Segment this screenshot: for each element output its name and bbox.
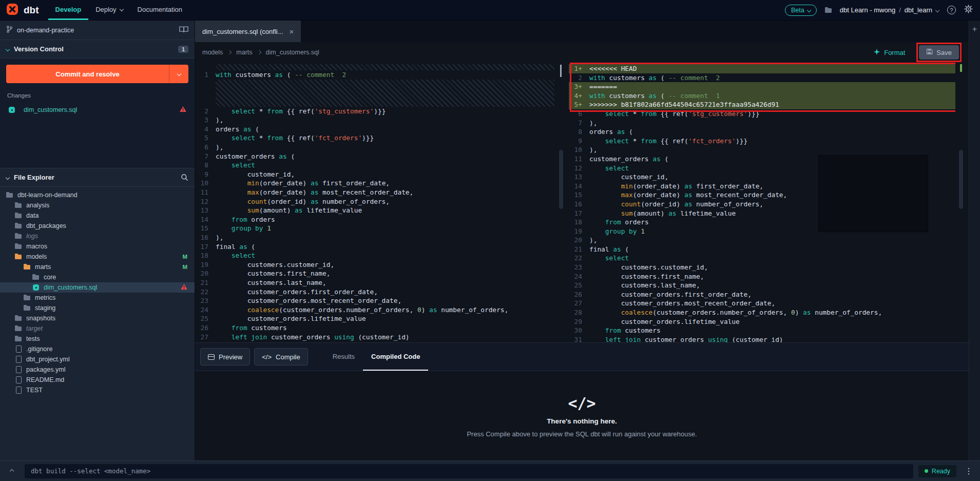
branch-row[interactable]: on-demand-practice: [0, 21, 195, 40]
code-line-22[interactable]: 22 select: [569, 254, 955, 263]
tree-item-dbt_packages[interactable]: dbt_packages: [0, 221, 195, 231]
scrollbar-right[interactable]: [955, 63, 969, 342]
tree-item-models[interactable]: modelsM: [0, 252, 195, 262]
code-line-17[interactable]: 17final as (: [195, 242, 555, 252]
tree-item-dbt-learn-on-demand[interactable]: dbt-learn-on-demand: [0, 190, 195, 200]
compile-button[interactable]: </> Compile: [254, 348, 308, 365]
code-line-13[interactable]: 13 sum(amount) as lifetime_value: [195, 206, 555, 215]
tab-compiled-code[interactable]: Compiled Code: [363, 343, 428, 371]
nav-deploy[interactable]: Deploy: [88, 0, 130, 20]
code-line-4+[interactable]: 4+with customers as ( -- comment 1: [569, 91, 955, 101]
format-button[interactable]: Format: [873, 48, 905, 57]
settings-gear-icon[interactable]: [964, 5, 973, 15]
tree-item-staging[interactable]: staging: [0, 303, 195, 313]
tab-results[interactable]: Results: [324, 343, 363, 371]
code-line-22[interactable]: 22 customer_orders.first_order_date,: [195, 287, 555, 297]
code-line-23[interactable]: 23 customers.customer_id,: [569, 263, 955, 272]
changed-file-dim_customers.sql[interactable]: dim_customers.sql: [6, 103, 188, 117]
tree-item-macros[interactable]: macros: [0, 241, 195, 252]
kebab-menu-icon[interactable]: ⋮: [962, 466, 976, 476]
scrollbar-left[interactable]: [555, 63, 569, 342]
code-line-28[interactable]: 28 coalesce(customer_orders.number_of_or…: [569, 308, 955, 317]
tree-item-logs[interactable]: logs: [0, 231, 195, 241]
code-line-31[interactable]: 31 left join customer_orders using (cust…: [569, 335, 955, 342]
code-line-8[interactable]: 8orders as (: [569, 127, 955, 137]
code-line-16[interactable]: 16),: [195, 233, 555, 242]
editor-pane-right[interactable]: 1+<<<<<<< HEAD2with customers as ( -- co…: [569, 63, 955, 342]
code-line-5+[interactable]: 5+>>>>>>> b81f802a66fd544504c65721e3ffaa…: [569, 100, 955, 109]
tree-item-TEST[interactable]: TEST: [0, 385, 195, 395]
code-line-3[interactable]: 3),: [195, 116, 555, 125]
help-icon[interactable]: ?: [947, 6, 956, 14]
tree-item-.gitignore[interactable]: .gitignore: [0, 344, 195, 354]
file-explorer-header[interactable]: File Explorer: [0, 168, 195, 187]
code-line-1[interactable]: 1with customers as ( -- comment 2: [195, 70, 555, 80]
save-button[interactable]: Save: [919, 45, 959, 60]
code-line-27[interactable]: 27 left join customer_orders using (cust…: [195, 333, 555, 342]
plus-icon[interactable]: +: [972, 25, 977, 33]
code-line-3+[interactable]: 3+=======: [569, 82, 955, 91]
tree-item-dbt_project.yml[interactable]: dbt_project.yml: [0, 354, 195, 364]
code-line-10[interactable]: 10 min(order_date) as first_order_date,: [195, 179, 555, 188]
code-line-7[interactable]: 7customer_orders as (: [195, 152, 555, 161]
tree-item-target[interactable]: target: [0, 323, 195, 334]
beta-pill[interactable]: Beta: [785, 5, 817, 16]
code-line-5[interactable]: 5 select * from {{ ref('fct_orders')}}: [195, 133, 555, 143]
preview-button[interactable]: Preview: [200, 348, 250, 365]
tree-item-README.md[interactable]: README.md: [0, 375, 195, 385]
code-line-21[interactable]: 21 customers.last_name,: [195, 278, 555, 287]
code-line-2[interactable]: 2 select * from {{ ref('stg_customers')}…: [195, 107, 555, 116]
code-line-18[interactable]: 18 select: [195, 251, 555, 260]
right-rail[interactable]: +: [969, 21, 980, 460]
code-line-25[interactable]: 25 customer_orders.lifetime_value: [195, 314, 555, 323]
tree-item-data[interactable]: data: [0, 210, 195, 221]
code-line-9[interactable]: 9 customer_id,: [195, 170, 555, 179]
code-line-1+[interactable]: 1+<<<<<<< HEAD: [569, 64, 955, 73]
code-line-26[interactable]: 26 customer_orders.first_order_date,: [569, 290, 955, 299]
code-line-21[interactable]: 21final as (: [569, 245, 955, 254]
code-line-29[interactable]: 29 customer_orders.lifetime_value: [569, 317, 955, 326]
tree-item-analysis[interactable]: analysis: [0, 200, 195, 210]
tab-dim-customers[interactable]: dim_customers.sql (confli... ×: [195, 21, 301, 42]
code-line-25[interactable]: 25 customers.last_name,: [569, 281, 955, 290]
breadcrumb-item-dim_customers.sql[interactable]: dim_customers.sql: [266, 49, 319, 56]
version-control-header[interactable]: Version Control 1: [0, 40, 195, 59]
code-line-12[interactable]: 12 count(order_id) as number_of_orders,: [195, 197, 555, 206]
tree-item-tests[interactable]: tests: [0, 334, 195, 344]
account-selector[interactable]: dbt Learn - mwong / dbt_learn: [825, 6, 939, 14]
code-line-8[interactable]: 8 select: [195, 161, 555, 170]
commit-options-dropdown[interactable]: [169, 65, 188, 83]
reader-icon[interactable]: [179, 26, 188, 34]
tree-item-snapshots[interactable]: snapshots: [0, 313, 195, 323]
expand-panel-button[interactable]: [4, 464, 20, 478]
code-line-14[interactable]: 14 from orders: [195, 215, 555, 224]
code-line-10[interactable]: 10),: [569, 145, 955, 155]
code-line-9[interactable]: 9 select * from {{ ref('fct_orders')}}: [569, 137, 955, 146]
breadcrumb-item-marts[interactable]: marts: [236, 49, 252, 56]
code-line-27[interactable]: 27 customer_orders.most_recent_order_dat…: [569, 299, 955, 308]
code-line-24[interactable]: 24 customers.first_name,: [569, 272, 955, 281]
code-line-20[interactable]: 20 customers.first_name,: [195, 269, 555, 278]
breadcrumb-item-models[interactable]: models: [202, 49, 223, 56]
close-icon[interactable]: ×: [290, 27, 294, 36]
code-line-28[interactable]: 28): [195, 341, 555, 342]
code-line-6[interactable]: 6 select * from {{ ref('stg_customers')}…: [569, 109, 955, 119]
tree-item-packages.yml[interactable]: packages.yml: [0, 364, 195, 375]
command-input[interactable]: dbt build --select <model_name>: [25, 464, 913, 478]
search-icon[interactable]: [181, 174, 188, 181]
tree-item-marts[interactable]: martsM: [0, 262, 195, 272]
code-line-30[interactable]: 30 from customers: [569, 326, 955, 335]
code-line-23[interactable]: 23 customer_orders.most_recent_order_dat…: [195, 296, 555, 305]
tree-item-core[interactable]: core: [0, 272, 195, 282]
code-line-26[interactable]: 26 from customers: [195, 323, 555, 333]
code-line-19[interactable]: 19 customers.customer_id,: [195, 260, 555, 270]
nav-documentation[interactable]: Documentation: [130, 0, 189, 20]
code-line-7[interactable]: 7),: [569, 119, 955, 128]
code-line-6[interactable]: 6),: [195, 143, 555, 152]
code-line-24[interactable]: 24 coalesce(customer_orders.number_of_or…: [195, 305, 555, 315]
tree-item-metrics[interactable]: metrics: [0, 293, 195, 303]
commit-and-resolve-button[interactable]: Commit and resolve: [6, 65, 188, 83]
code-line-2[interactable]: 2with customers as ( -- comment 2: [569, 73, 955, 83]
tree-item-dim_customers.sql[interactable]: dim_customers.sql: [0, 282, 195, 293]
nav-develop[interactable]: Develop: [48, 0, 89, 20]
